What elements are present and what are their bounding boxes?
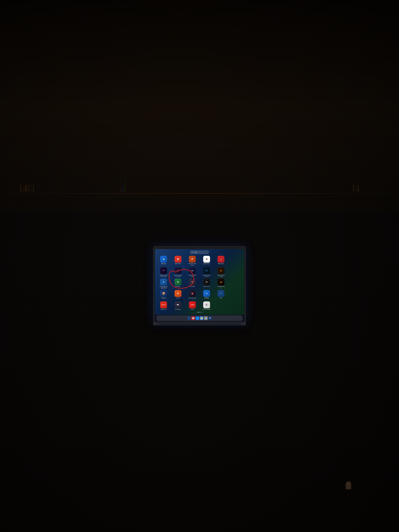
app-icon-audition: Au xyxy=(189,267,196,274)
app-icon-photoshop: Ps xyxy=(203,267,210,274)
app-davinci[interactable]: ◉ DaVinci Resolve xyxy=(186,290,199,300)
app-label-wps-office: WPS Office xyxy=(175,263,181,265)
app-label-baidu: 百度网盘 xyxy=(204,297,209,299)
app-yokai[interactable]: ○ 夸克 xyxy=(214,290,228,300)
page-dot-2[interactable] xyxy=(198,312,199,313)
laptop-screen-bezel: 🔍 搜索 ≋ 腾讯会议 W WPS Office xyxy=(153,246,246,323)
app-grid-container: ≋ 腾讯会议 W WPS Office P Microsoft PowerPoi… xyxy=(157,256,242,310)
app-placeholder1 xyxy=(229,256,242,266)
app-label-xiaohongshu: 小红书 xyxy=(190,309,194,310)
app-baidu[interactable]: ∞ 百度网盘 xyxy=(200,290,213,300)
app-icon-baidu: ∞ xyxy=(203,290,210,297)
app-icon-fox-writer: ✒ xyxy=(189,279,196,285)
search-field[interactable]: 🔍 搜索 xyxy=(190,251,209,254)
laptop: 🔍 搜索 ≋ 腾讯会议 W WPS Office xyxy=(153,246,246,326)
app-photoshop[interactable]: Ps Adobe Photoshop 2021 xyxy=(200,267,213,277)
page-dot-4[interactable] xyxy=(202,312,202,313)
app-tencent-meeting[interactable]: ≋ 腾讯会议 xyxy=(157,256,170,266)
app-icon-yokai: ○ xyxy=(218,290,224,297)
search-icon: 🔍 xyxy=(192,252,194,253)
dock: 🎵📧🌐📁⚙️🔍 xyxy=(157,316,242,321)
app-icon-ifonts: F xyxy=(203,301,210,308)
app-icon-powerpoint: P xyxy=(189,256,196,263)
app-icon-microsoft: X xyxy=(175,279,181,285)
app-microsoft[interactable]: X Microsoft... xyxy=(171,279,185,289)
app-label-audiodenoise: AudioDenoise 2 xyxy=(217,286,225,289)
app-label-compress: 滚滚压缩 xyxy=(161,297,166,299)
app-icon-tencent-meeting: ≋ xyxy=(160,256,167,263)
app-placeholder3 xyxy=(229,279,242,289)
app-label-microsoft: Microsoft... xyxy=(175,286,181,287)
app-xmind[interactable]: ✦ Xmind xyxy=(171,290,185,300)
finger-hint xyxy=(346,481,351,489)
app-ifonts[interactable]: F iFonts字体助手 xyxy=(200,301,213,310)
app-marginnote[interactable]: M MarginNote 2 xyxy=(200,256,213,266)
app-label-lightroom: Adobe Lightroom Classic xyxy=(174,274,182,277)
app-label-marginnote: MarginNote 2 xyxy=(203,263,210,265)
page-dot-3[interactable] xyxy=(200,312,201,313)
app-icon-wps-office: W xyxy=(175,256,181,263)
app-audiodenoise[interactable]: ◎ AudioDenoise 2 xyxy=(214,279,228,289)
dock-icon-1[interactable]: 📧 xyxy=(191,316,195,320)
app-label-goodnotes: Goodnotes xyxy=(175,309,181,310)
app-label-netease-music: 网易云音乐 xyxy=(218,263,224,265)
app-label-audition: Adobe Audition 2020 xyxy=(188,274,196,277)
app-illustrator[interactable]: Ai Adobe Illustrator 2021 xyxy=(214,267,228,277)
app-icon-premiere: Pr xyxy=(160,267,167,274)
app-label-final-cut: Final Cut Pro xyxy=(203,286,210,287)
app-netease-music[interactable]: ♪ 网易云音乐 xyxy=(214,256,228,266)
app-icon-marginnote: M xyxy=(203,256,210,263)
app-label-illustrator: Adobe Illustrator 2021 xyxy=(217,274,225,277)
page-dot-1[interactable] xyxy=(197,312,197,313)
app-fox-writer[interactable]: ✒ Fox Writer xyxy=(186,279,199,289)
app-icon-lightroom: LrC xyxy=(175,267,181,274)
laptop-bottom xyxy=(153,324,246,326)
dock-icon-3[interactable]: 📁 xyxy=(200,316,203,320)
app-goodnotes[interactable]: ✏ Goodnotes xyxy=(171,301,185,310)
app-label-davinci: DaVinci Resolve xyxy=(188,297,196,300)
app-icon-davinci: ◉ xyxy=(189,290,196,297)
app-audition[interactable]: Au Adobe Audition 2020 xyxy=(186,267,199,277)
app-label-photoshop: Adobe Photoshop 2021 xyxy=(203,274,211,277)
app-placeholder6 xyxy=(229,301,242,310)
app-final-cut[interactable]: ✂ Final Cut Pro xyxy=(200,279,213,289)
page-indicator xyxy=(157,312,242,313)
app-icon-pptgo: PPTGO xyxy=(160,301,167,308)
app-label-ifonts: iFonts字体助手 xyxy=(203,309,211,310)
app-icon-goodnotes: ✏ xyxy=(175,301,181,308)
app-premiere[interactable]: Pr Adobe Premiere Pro 2021 xyxy=(157,267,170,277)
app-placeholder4 xyxy=(229,290,242,300)
dock-icon-5[interactable]: 🔍 xyxy=(208,316,212,320)
app-icon-netease-music: ♪ xyxy=(218,256,224,263)
app-icon-audiodenoise: ◎ xyxy=(218,279,224,285)
app-lightroom[interactable]: LrC Adobe Lightroom Classic xyxy=(171,267,185,277)
app-label-fox-writer: Fox Writer xyxy=(190,286,195,287)
launchpad-screen[interactable]: 🔍 搜索 ≋ 腾讯会议 W WPS Office xyxy=(155,249,244,315)
laptop-base xyxy=(153,323,246,324)
app-label-premiere: Adobe Premiere Pro 2021 xyxy=(159,274,168,277)
app-icon-omni: $ xyxy=(160,279,167,285)
app-label-xmind: Xmind xyxy=(176,297,180,299)
dock-icon-4[interactable]: ⚙️ xyxy=(204,316,208,320)
app-grid: ≋ 腾讯会议 W WPS Office P Microsoft PowerPoi… xyxy=(157,256,242,310)
search-placeholder: 搜索 xyxy=(194,251,197,253)
app-placeholder2 xyxy=(229,267,242,277)
app-icon-xmind: ✦ xyxy=(175,290,181,297)
app-wps-office[interactable]: W WPS Office xyxy=(171,256,185,266)
app-compress[interactable]: 📦 滚滚压缩 xyxy=(157,290,170,300)
app-icon-final-cut: ✂ xyxy=(203,279,210,285)
dock-icon-2[interactable]: 🌐 xyxy=(196,316,199,320)
app-placeholder5 xyxy=(214,301,228,310)
app-label-yokai: 夸克 xyxy=(220,297,222,299)
app-icon-illustrator: Ai xyxy=(218,267,224,274)
app-pptgo[interactable]: PPTGO 得意AIPPT xyxy=(157,301,170,310)
app-xiaohongshu[interactable]: 小红书 小红书 xyxy=(186,301,199,310)
search-bar[interactable]: 🔍 搜索 xyxy=(157,251,242,254)
app-label-tencent-meeting: 腾讯会议 xyxy=(161,263,166,265)
app-label-powerpoint: Microsoft PowerPoint xyxy=(188,263,196,266)
app-icon-xiaohongshu: 小红书 xyxy=(189,301,196,308)
dock-icon-0[interactable]: 🎵 xyxy=(187,316,191,320)
app-omni[interactable]: $ OmniConverter 全能转换器 xyxy=(157,279,170,289)
app-label-pptgo: 得意AIPPT xyxy=(161,309,166,310)
app-powerpoint[interactable]: P Microsoft PowerPoint xyxy=(186,256,199,266)
